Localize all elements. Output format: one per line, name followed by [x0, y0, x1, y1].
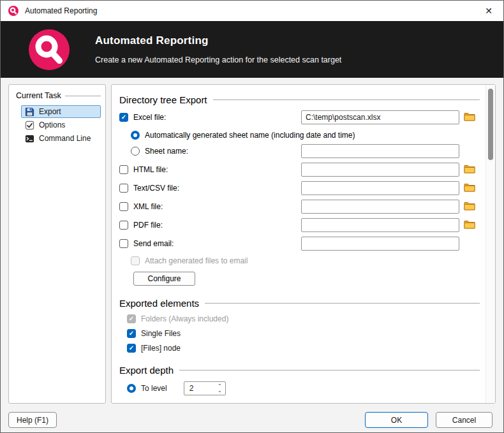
check-icon: ✓	[129, 345, 134, 351]
files-node-checkbox[interactable]: ✓	[127, 344, 136, 353]
help-button[interactable]: Help (F1)	[8, 412, 57, 428]
level-spinner[interactable]: 2 ⌃ ⌄	[184, 381, 226, 395]
sheet-name-input[interactable]	[301, 144, 459, 158]
sheet-name-radio[interactable]	[131, 147, 140, 156]
excel-browse-button[interactable]	[462, 110, 477, 124]
spinner-arrows: ⌃ ⌄	[218, 384, 225, 393]
level-value: 2	[189, 384, 194, 393]
brand-logo-icon	[29, 29, 70, 70]
app-logo-icon	[8, 6, 19, 16]
sheet-name-row: Sheet name:	[131, 144, 480, 158]
titlebar: Automated Reporting ✕	[1, 1, 503, 21]
section-title: Directory tree Export	[119, 94, 207, 105]
folder-icon	[464, 219, 475, 231]
html-browse-button[interactable]	[462, 163, 477, 177]
divider-line	[179, 370, 480, 371]
html-file-checkbox[interactable]	[119, 165, 128, 174]
auto-sheet-name-label: Automatically generated sheet name (incl…	[145, 131, 355, 140]
attach-files-checkbox	[131, 256, 140, 265]
send-email-label: Send email:	[133, 239, 174, 248]
sheet-name-label: Sheet name:	[145, 147, 188, 156]
current-task-panel: Current Task Export	[8, 84, 106, 404]
save-icon	[25, 107, 34, 117]
to-level-label: To level	[141, 384, 167, 393]
task-item-options[interactable]: Options	[21, 119, 101, 131]
excel-file-label: Excel file:	[133, 113, 166, 122]
xml-file-label: XML file:	[133, 202, 163, 211]
check-icon: ✓	[129, 316, 134, 322]
scrollbar-thumb[interactable]	[488, 89, 493, 160]
divider-line	[205, 303, 480, 304]
pdf-file-label: PDF file:	[133, 221, 163, 230]
footer-bar: Help (F1) OK Cancel	[1, 410, 503, 432]
cancel-button[interactable]: Cancel	[436, 412, 493, 428]
check-icon: ✓	[121, 114, 126, 121]
task-item-command-line-label: Command Line	[39, 134, 91, 143]
pdf-file-input[interactable]	[301, 218, 459, 232]
send-email-checkbox[interactable]	[119, 239, 128, 248]
single-files-row: ✓ Single Files	[127, 328, 480, 339]
textcsv-file-label: Text/CSV file:	[133, 184, 179, 193]
divider-line	[65, 96, 101, 96]
single-files-checkbox[interactable]: ✓	[127, 329, 136, 338]
close-icon: ✕	[485, 6, 493, 16]
to-level-row: To level 2 ⌃ ⌄	[127, 381, 480, 395]
task-item-options-label: Options	[39, 121, 65, 129]
header-subtitle: Create a new Automated Reporting action …	[95, 55, 341, 64]
files-node-label: [Files] node	[141, 344, 181, 353]
excel-file-input[interactable]	[301, 110, 459, 124]
html-file-input[interactable]	[301, 163, 459, 177]
pdf-file-checkbox[interactable]	[119, 221, 128, 230]
textcsv-file-checkbox[interactable]	[119, 184, 128, 193]
close-button[interactable]: ✕	[474, 1, 503, 21]
folders-row: ✓ Folders (Always included)	[127, 313, 480, 325]
automated-reporting-window: Automated Reporting ✕ Automated Reportin…	[0, 0, 504, 433]
configure-button[interactable]: Configure	[133, 272, 195, 286]
xml-browse-button[interactable]	[462, 200, 477, 214]
files-node-row: ✓ [Files] node	[127, 342, 480, 354]
folder-icon	[464, 112, 475, 123]
send-email-input[interactable]	[301, 237, 459, 251]
section-export-depth: Export depth	[119, 364, 480, 376]
divider-line	[213, 99, 480, 100]
settings-panel: Directory tree Export ✓ Excel file:	[111, 84, 496, 404]
pdf-file-row: PDF file:	[119, 218, 480, 232]
html-file-row: HTML file:	[119, 163, 480, 177]
check-icon: ✓	[129, 330, 134, 337]
section-exported-elements: Exported elements	[119, 297, 480, 309]
section-title: Exported elements	[119, 298, 199, 309]
settings-scroll-area: Directory tree Export ✓ Excel file:	[112, 85, 485, 403]
current-task-label: Current Task	[16, 91, 61, 100]
options-checkbox-icon	[25, 121, 34, 130]
to-level-radio[interactable]	[127, 384, 136, 393]
command-line-icon	[25, 134, 34, 143]
section-title: Export depth	[119, 365, 174, 376]
task-item-export-label: Export	[39, 107, 61, 116]
excel-file-row: ✓ Excel file:	[119, 110, 480, 124]
header-banner: Automated Reporting Create a new Automat…	[1, 21, 503, 78]
pdf-browse-button[interactable]	[462, 218, 477, 232]
vertical-scrollbar[interactable]	[485, 85, 495, 403]
folder-icon	[464, 164, 475, 175]
xml-file-input[interactable]	[301, 200, 459, 214]
window-title: Automated Reporting	[25, 6, 97, 15]
send-email-row: Send email:	[119, 237, 480, 251]
single-files-label: Single Files	[141, 329, 181, 338]
main-content: Current Task Export	[1, 78, 503, 410]
xml-file-row: XML file:	[119, 200, 480, 214]
folder-icon	[464, 201, 475, 212]
xml-file-checkbox[interactable]	[119, 202, 128, 211]
textcsv-file-input[interactable]	[301, 181, 459, 195]
folder-icon	[464, 182, 475, 194]
ok-button[interactable]: OK	[365, 412, 428, 428]
header-title: Automated Reporting	[95, 34, 341, 47]
textcsv-browse-button[interactable]	[462, 181, 477, 195]
excel-file-checkbox[interactable]: ✓	[119, 113, 128, 122]
html-file-label: HTML file:	[133, 165, 168, 174]
task-item-command-line[interactable]: Command Line	[21, 132, 101, 145]
spinner-down-icon[interactable]: ⌄	[218, 388, 222, 393]
attach-files-row: Attach generated files to email	[131, 255, 480, 267]
attach-files-label: Attach generated files to email	[145, 256, 248, 265]
task-item-export[interactable]: Export	[21, 105, 101, 118]
auto-sheet-name-radio[interactable]	[131, 131, 140, 140]
